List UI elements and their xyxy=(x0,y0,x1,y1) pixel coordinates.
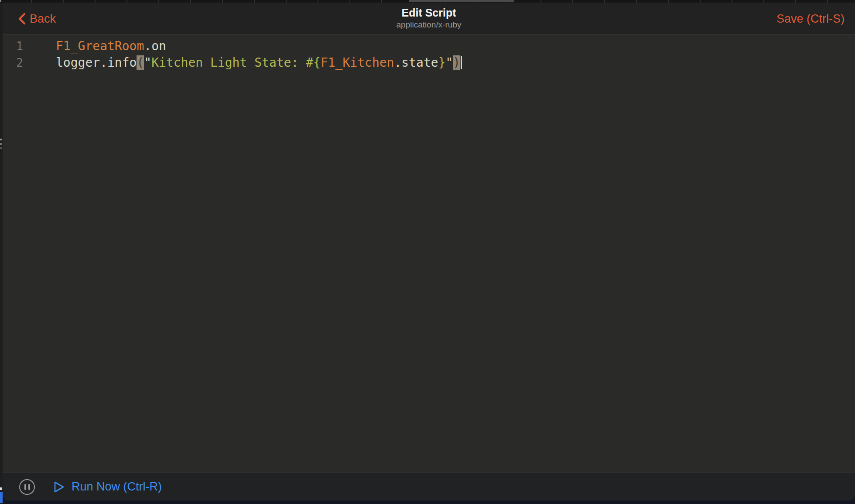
background-ruler-notch xyxy=(0,0,1,2)
script-mime-type: application/x-ruby xyxy=(3,19,855,31)
background-ruler-highlight-segment xyxy=(409,0,514,2)
pause-circle-icon[interactable] xyxy=(19,479,35,495)
background-text-fragment xyxy=(0,139,2,140)
code-token: Kitchen Light State: xyxy=(151,55,306,70)
code-editor[interactable]: 12 F1_GreatRoom.onlogger.info("Kitchen L… xyxy=(3,35,855,473)
line-number-gutter: 12 xyxy=(3,38,33,473)
run-now-button[interactable]: Run Now (Ctrl-R) xyxy=(53,480,162,494)
back-button[interactable]: Back xyxy=(17,3,56,35)
play-icon xyxy=(53,481,65,493)
text-cursor xyxy=(461,56,462,69)
modal-title-block: Edit Script application/x-ruby xyxy=(3,6,855,31)
chevron-left-icon xyxy=(17,12,26,26)
code-token: .on xyxy=(144,39,166,53)
line-number: 1 xyxy=(3,38,23,54)
code-line: F1_GreatRoom.on xyxy=(56,38,855,54)
code-token: logger.info xyxy=(56,55,137,70)
code-token: F1_GreatRoom xyxy=(56,39,144,53)
background-text-fragment xyxy=(0,487,2,490)
modal-header: Back Edit Script application/x-ruby Save… xyxy=(3,3,855,35)
line-number: 2 xyxy=(3,54,23,71)
save-button[interactable]: Save (Ctrl-S) xyxy=(776,3,845,35)
code-token: .state xyxy=(394,55,438,70)
code-token: #{ xyxy=(306,55,321,70)
code-token: ) xyxy=(453,55,460,70)
code-token: F1_Kitchen xyxy=(321,55,394,70)
code-token: " xyxy=(144,55,151,70)
background-text-fragment xyxy=(0,147,2,149)
code-token: ( xyxy=(137,55,144,70)
code-token: " xyxy=(445,55,453,70)
page-title: Edit Script xyxy=(3,6,855,19)
code-token: } xyxy=(438,55,446,70)
code-line: logger.info("Kitchen Light State: #{F1_K… xyxy=(56,54,855,71)
background-text-fragment xyxy=(0,143,2,145)
edit-script-modal: Back Edit Script application/x-ruby Save… xyxy=(3,3,855,501)
run-now-label: Run Now (Ctrl-R) xyxy=(72,480,162,494)
code-content: F1_GreatRoom.onlogger.info("Kitchen Ligh… xyxy=(33,38,855,473)
modal-footer-toolbar: Run Now (Ctrl-R) xyxy=(3,473,855,501)
back-button-label: Back xyxy=(30,12,56,26)
